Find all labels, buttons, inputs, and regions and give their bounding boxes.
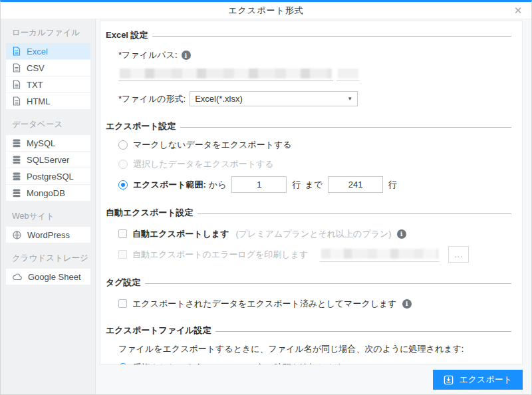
sidebar-item-label: MySQL <box>27 138 55 148</box>
duplicate-filename-description: ファイルをエクスポートするときに、ファイル名が同じ場合、次のように処理されます: <box>118 343 511 355</box>
sidebar-item-label: HTML <box>27 96 50 106</box>
sidebar-item-label: MongoDB <box>27 188 65 198</box>
checkbox-mark-exported[interactable] <box>118 299 127 308</box>
section-title-export-settings: エクスポート設定 <box>106 120 511 132</box>
option-export-range: エクスポート範囲: から 行 まで 行 <box>118 176 511 193</box>
error-log-path-input[interactable] <box>320 247 440 262</box>
sidebar-item-txt[interactable]: TXT <box>6 76 90 93</box>
option-error-log: 自動エクスポートのエラーログを印刷します ... <box>118 246 511 263</box>
option-export-selected: 選択したデータをエクスポートする <box>118 157 511 171</box>
range-unit: 行 <box>292 179 301 191</box>
sidebar-item-mysql[interactable]: MySQL <box>6 135 90 152</box>
file-icon <box>13 80 21 89</box>
sidebar-list-database: MySQL SQLServer PostgreSQL <box>6 135 90 201</box>
checkbox-error-log[interactable] <box>118 250 127 259</box>
range-to-label: まで <box>305 179 323 191</box>
error-log-browse-button[interactable]: ... <box>448 246 469 263</box>
export-target-sidebar: ローカルファイル Excel CSV <box>1 19 96 394</box>
export-settings-main: Excel 設定 *ファイルパス: i <box>96 19 531 394</box>
file-icon <box>13 63 21 72</box>
sidebar-item-label: SQLServer <box>27 155 69 165</box>
export-icon <box>444 375 454 385</box>
option-mark-exported: エクスポートされたデータをエクスポート済みとしてマークします i <box>118 297 511 311</box>
sidebar-section-header-database: データベース <box>1 112 95 135</box>
file-path-label-row: *ファイルパス: i <box>118 49 511 61</box>
redacted-browse-label <box>338 68 358 78</box>
chevron-down-icon: ▼ <box>347 96 352 102</box>
settings-card: Excel 設定 *ファイルパス: i <box>100 21 523 365</box>
sidebar-item-sqlserver[interactable]: SQLServer <box>6 152 90 168</box>
sidebar-item-wordpress[interactable]: WordPress <box>6 227 90 243</box>
radio-export-unmarked[interactable] <box>118 140 128 150</box>
database-icon <box>13 189 21 198</box>
globe-icon <box>13 231 21 239</box>
sidebar-item-label: CSV <box>27 63 45 73</box>
range-from-input[interactable] <box>231 176 287 193</box>
option-export-unmarked: マークしないデータをエクスポートする <box>118 138 511 152</box>
close-icon[interactable]: ✕ <box>511 3 525 17</box>
sidebar-item-label: PostgreSQL <box>27 172 74 182</box>
info-icon[interactable]: i <box>182 51 191 60</box>
file-path-input[interactable] <box>118 67 333 81</box>
sidebar-item-html[interactable]: HTML <box>6 93 90 110</box>
option-auto-export: 自動エクスポートします (プレミアムプランとそれ以上のプラン) i <box>118 227 511 241</box>
option-label: 自動エクスポートのエラーログを印刷します <box>132 249 308 261</box>
section-title-export-file-settings: エクスポートファイル設定 <box>106 325 511 336</box>
export-format-dialog: エクスポート形式 ✕ ローカルファイル Excel CSV <box>0 0 532 395</box>
option-label: 自動エクスポートします <box>132 228 229 240</box>
dialog-title-bar: エクスポート形式 ✕ <box>1 2 531 19</box>
redacted-file-path <box>120 68 332 78</box>
sidebar-item-label: WordPress <box>27 230 70 240</box>
sidebar-item-label: TXT <box>27 80 43 90</box>
database-icon <box>13 172 21 181</box>
option-label: 選択したデータをエクスポートする <box>133 158 274 170</box>
database-icon <box>13 156 21 164</box>
info-icon[interactable]: i <box>402 299 412 309</box>
section-title-excel-settings: Excel 設定 <box>106 29 511 41</box>
dialog-title: エクスポート形式 <box>228 5 304 17</box>
file-format-select[interactable]: Excel(*.xlsx) ▼ <box>190 91 358 106</box>
sidebar-item-label: Google Sheet <box>28 272 81 282</box>
section-title-auto-export-settings: 自動エクスポート設定 <box>106 207 511 219</box>
option-label: マークしないデータをエクスポートする <box>133 139 292 151</box>
export-button-label: エクスポート <box>459 374 512 386</box>
redacted-error-log-path <box>321 249 438 259</box>
checkbox-auto-export[interactable] <box>118 229 127 238</box>
range-unit: 行 <box>388 179 397 191</box>
radio-export-selected[interactable] <box>118 160 128 169</box>
sidebar-item-label: Excel <box>27 47 48 57</box>
premium-plan-note: (プレミアムプランとそれ以上のプラン) <box>235 228 391 240</box>
cloud-icon <box>13 273 22 281</box>
sidebar-item-google-sheet[interactable]: Google Sheet <box>6 269 90 285</box>
dialog-footer: エクスポート <box>96 365 531 394</box>
option-label: エクスポート範囲: <box>133 179 206 191</box>
sidebar-item-excel[interactable]: Excel <box>6 43 90 60</box>
sidebar-list-cloud-storage: Google Sheet <box>6 269 90 285</box>
sidebar-section-header-website: Webサイト <box>1 204 95 227</box>
option-label: エクスポートされたデータをエクスポート済みとしてマークします <box>132 298 397 310</box>
file-format-value: Excel(*.xlsx) <box>195 94 243 104</box>
section-title-tag-settings: タグ設定 <box>106 277 511 289</box>
sidebar-item-csv[interactable]: CSV <box>6 60 90 76</box>
radio-export-range[interactable] <box>118 180 128 190</box>
sidebar-item-postgresql[interactable]: PostgreSQL <box>6 168 90 185</box>
sidebar-section-header-local-file: ローカルファイル <box>1 21 95 43</box>
range-from-label: から <box>209 179 227 191</box>
sidebar-section-header-cloud-storage: クラウドストレージ <box>1 246 95 269</box>
export-button[interactable]: エクスポート <box>433 370 523 390</box>
option-add-time: 重複されないように、ファイル名に時間を追加します <box>118 360 511 365</box>
info-icon[interactable]: i <box>397 229 406 239</box>
database-icon <box>13 139 21 148</box>
file-path-browse-button[interactable] <box>336 67 360 81</box>
sidebar-list-website: WordPress <box>6 227 90 243</box>
sidebar-list-local-file: Excel CSV TXT <box>6 43 90 110</box>
range-to-input[interactable] <box>328 176 383 193</box>
file-icon <box>13 47 21 56</box>
sidebar-item-mongodb[interactable]: MongoDB <box>6 185 90 201</box>
file-icon <box>13 96 21 106</box>
file-format-label: *ファイルの形式: <box>118 93 186 105</box>
file-path-label: *ファイルパス: <box>118 49 178 61</box>
